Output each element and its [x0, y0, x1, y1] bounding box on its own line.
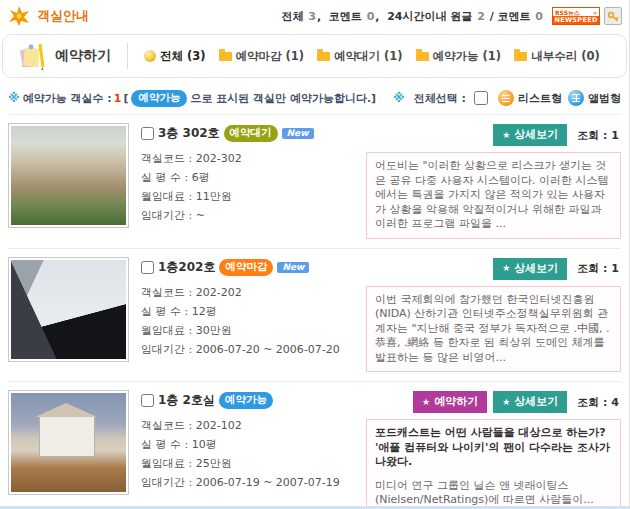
- tab-label: 내부수리 (0): [531, 49, 600, 64]
- list-glyph: [502, 95, 510, 102]
- rss-label: RSS뉴스: [555, 9, 580, 16]
- rss-arrows-icon: »: [593, 9, 597, 16]
- listing-info: 1층 2호실 예약가능 객실코드 : 202-102 실 평 수 : 10평 월…: [129, 390, 364, 509]
- star-icon: ★: [422, 397, 430, 407]
- stat-value: 3: [307, 10, 317, 23]
- field-room-code: 객실코드 : 202-102: [141, 416, 364, 435]
- view-count-value: 1: [611, 262, 619, 275]
- view-count-label: 조회 :: [577, 396, 607, 409]
- bracket: [: [123, 92, 128, 105]
- listing-detail: ★상세보기 조회 : 1 이번 국제회의에 참가했던 한국인터넷진흥원(NIDA…: [364, 257, 621, 373]
- list-view-button[interactable]: 리스트형: [498, 90, 562, 106]
- description-box: 포드캐스트는 어떤 사람들을 대상으로 하는가? '애플 컴퓨터와 나이키'의 …: [366, 419, 621, 509]
- field-label: 월임대료 :: [141, 324, 192, 337]
- field-value: 11만원: [196, 190, 232, 203]
- listing-info: 1층202호 예약마감 New 객실코드 : 202-202 실 평 수 : 1…: [129, 257, 364, 373]
- field-size: 실 평 수 : 10평: [141, 435, 364, 454]
- reserve-button-label: 예약하기: [434, 394, 478, 409]
- album-view-label: 앨범형: [588, 91, 621, 106]
- stat-sep: ,: [317, 10, 329, 23]
- globe-icon: [144, 50, 156, 62]
- listing-info: 3층 302호 예약대기 New 객실코드 : 202-302 실 평 수 : …: [129, 123, 364, 239]
- tab-label: 전체 (3): [160, 49, 206, 64]
- tab-closed[interactable]: 예약마감 (1): [219, 49, 305, 64]
- divider: [127, 43, 128, 69]
- listing-row: 1층202호 예약마감 New 객실코드 : 202-202 실 평 수 : 1…: [8, 249, 621, 383]
- detail-button-label: 상세보기: [514, 394, 558, 409]
- tab-available[interactable]: 예약가능 (1): [416, 49, 502, 64]
- stat-sep: ,: [375, 10, 387, 23]
- row-select-checkbox[interactable]: [141, 261, 154, 274]
- view-count-value: 1: [611, 129, 619, 142]
- room-title: 3층 302호: [158, 125, 220, 142]
- listing-detail: ★상세보기 조회 : 1 어도비는 "이러한 상황으로 리스크가 생기는 것은 …: [364, 123, 621, 239]
- title-line: 1층 2호실 예약가능: [141, 392, 364, 409]
- field-label: 월임대료 :: [141, 457, 192, 470]
- field-label: 월임대료 :: [141, 190, 192, 203]
- tab-list: 전체 (3) 예약마감 (1) 예약대기 (1) 예약가능 (1) 내부수리 (…: [144, 49, 600, 64]
- detail-button[interactable]: ★상세보기: [493, 124, 567, 146]
- detail-button-label: 상세보기: [514, 127, 558, 142]
- star-icon: ★: [502, 263, 510, 273]
- field-value: 30만원: [196, 324, 232, 337]
- status-badge: 예약마감: [219, 259, 273, 276]
- page: 객실안내 전체 3, 코멘트 0, 24시간이내 원글 2 / 코멘트 0 RS…: [0, 0, 630, 509]
- top-header: 객실안내 전체 3, 코멘트 0, 24시간이내 원글 2 / 코멘트 0 RS…: [0, 0, 629, 32]
- field-rent: 월임대료 : 30만원: [141, 321, 364, 340]
- description-text: 어도비는 "이러한 상황으로 리스크가 생기는 것은 공유 다중 사용자 시스템…: [375, 159, 608, 230]
- description-box: 어도비는 "이러한 상황으로 리스크가 생기는 것은 공유 다중 사용자 시스템…: [366, 152, 621, 239]
- view-count-label: 조회 :: [577, 262, 607, 275]
- notice-text: 으로 표시된 객실만 예약가능합니다.]: [190, 91, 376, 106]
- tab-waiting[interactable]: 예약대기 (1): [317, 49, 403, 64]
- page-title: 객실안내: [37, 7, 89, 25]
- new-icon: New: [282, 128, 314, 139]
- listing-photo[interactable]: [8, 390, 129, 495]
- listing-photo[interactable]: [8, 123, 129, 228]
- star-icon: ★: [502, 130, 510, 140]
- field-value: 202-202: [196, 286, 242, 299]
- description-lead: 포드캐스트는 어떤 사람들을 대상으로 하는가? '애플 컴퓨터와 나이키'의 …: [375, 426, 612, 470]
- field-value: ~: [196, 209, 205, 222]
- field-label: 임대기간 :: [141, 209, 192, 222]
- detail-button[interactable]: ★상세보기: [493, 258, 567, 280]
- row-select-checkbox[interactable]: [141, 127, 154, 140]
- tab-repair[interactable]: 내부수리 (0): [514, 49, 600, 64]
- field-period: 임대기간 : 2006-07-20 ~ 2006-07-20: [141, 340, 364, 359]
- row-select-checkbox[interactable]: [141, 394, 154, 407]
- available-count: 1: [112, 92, 124, 105]
- listing-photo[interactable]: [8, 257, 129, 362]
- key-glyph: [607, 10, 620, 23]
- field-size: 실 평 수 : 12평: [141, 302, 364, 321]
- star-icon: ★: [502, 397, 510, 407]
- tab-label: 예약마감 (1): [236, 49, 305, 64]
- field-value: 202-302: [196, 152, 242, 165]
- title-line: 3층 302호 예약대기 New: [141, 125, 364, 142]
- new-icon: New: [277, 262, 309, 273]
- listing-row: 1층 2호실 예약가능 객실코드 : 202-102 실 평 수 : 10평 월…: [8, 382, 621, 509]
- album-view-button[interactable]: 앨범형: [568, 90, 621, 106]
- tab-all[interactable]: 전체 (3): [144, 49, 206, 64]
- field-label: 실 평 수 :: [141, 438, 188, 451]
- room-title: 1층202호: [158, 259, 215, 276]
- field-size: 실 평 수 : 6평: [141, 168, 364, 187]
- section-title: 예약하기: [55, 47, 111, 65]
- album-view-icon: [568, 90, 584, 106]
- stat-value: 2: [476, 10, 486, 23]
- detail-button[interactable]: ★상세보기: [493, 391, 567, 413]
- field-label: 임대기간 :: [141, 343, 192, 356]
- detail-button-label: 상세보기: [514, 261, 558, 276]
- list-view-icon: [498, 90, 514, 106]
- stat-sep: /: [486, 10, 498, 23]
- room-title: 1층 2호실: [158, 392, 215, 409]
- key-icon[interactable]: [604, 7, 622, 25]
- view-count: 조회 : 4: [577, 395, 619, 410]
- reserve-button[interactable]: ★예약하기: [413, 391, 487, 413]
- rss-newspeed-badge[interactable]: RSS뉴스» NEWSPEED: [552, 7, 600, 25]
- stat-label: 코멘트: [329, 9, 366, 24]
- tab-bar: 예약하기 전체 (3) 예약마감 (1) 예약대기 (1) 예약가능 (1) 내…: [2, 34, 627, 78]
- folder-icon: [219, 52, 232, 61]
- field-value: 25만원: [196, 457, 232, 470]
- ref-mark-icon: ※: [8, 91, 20, 105]
- field-value: 12평: [192, 305, 217, 318]
- select-all-checkbox[interactable]: [474, 91, 488, 105]
